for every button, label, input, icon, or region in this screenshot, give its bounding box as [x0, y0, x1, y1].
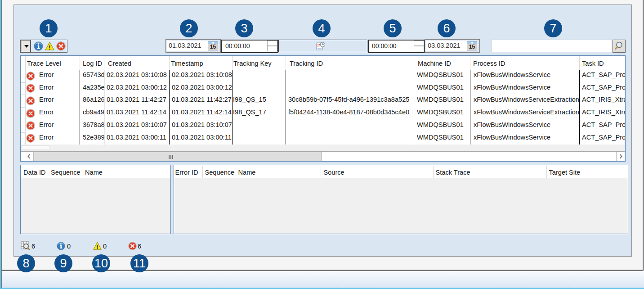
svg-text:!: !	[97, 244, 98, 250]
svg-text:!: !	[49, 44, 50, 51]
